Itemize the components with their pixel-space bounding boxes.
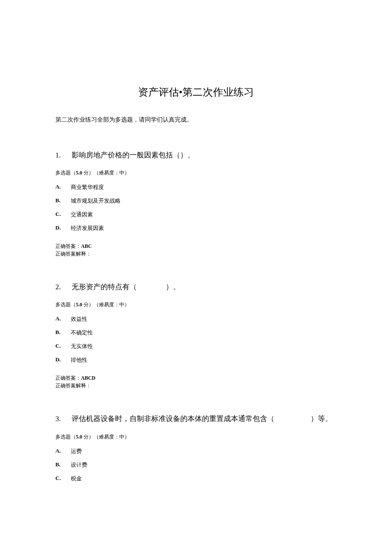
meta-prefix: 多选题（	[55, 302, 76, 308]
answer-prefix: 正确答案：	[55, 375, 81, 381]
option-text: 交通因素	[71, 211, 337, 218]
answer-value: ABCD	[81, 375, 95, 381]
option-row: D.经济发展因素	[55, 224, 337, 232]
option-row: B.不确定性	[55, 329, 337, 337]
option-label: B.	[55, 329, 71, 337]
option-label: B.	[55, 461, 71, 469]
question-text: 无形资产的特点有（ ）。	[72, 283, 180, 291]
option-row: C.交通因素	[55, 211, 337, 218]
page-title: 资产评估•第二次作业练习	[55, 85, 337, 99]
option-text: 无实体性	[71, 343, 337, 350]
option-label: A.	[55, 183, 71, 191]
option-row: B.城市规划及开发战略	[55, 197, 337, 205]
meta-points: 5.0	[76, 170, 82, 176]
option-label: D.	[55, 356, 71, 364]
option-label: B.	[55, 197, 71, 205]
option-text: 运费	[71, 447, 337, 455]
option-label: C.	[55, 211, 71, 218]
option-row: A.效益性	[55, 315, 337, 323]
meta-suffix: 分）（难易度：中）	[82, 434, 130, 440]
question-text: 评估机器设备时，自制非标准设备的本体的重置成本通常包含（ ）等。	[72, 415, 332, 423]
question-block: 1.影响房地产价格的一般因素包括（）。 多选题（5.0 分）（难易度：中） A.…	[55, 149, 337, 258]
meta-points: 5.0	[76, 302, 82, 308]
question-block: 2.无形资产的特点有（ ）。 多选题（5.0 分）（难易度：中） A.效益性 B…	[55, 281, 337, 389]
answer-block: 正确答案：ABC 正确答案解释：	[55, 242, 337, 258]
option-text: 经济发展因素	[71, 224, 337, 232]
option-text: 税金	[71, 475, 337, 482]
option-row: C.税金	[55, 475, 337, 482]
meta-points: 5.0	[76, 434, 82, 440]
question-meta: 多选题（5.0 分）（难易度：中）	[55, 301, 337, 308]
question-heading: 1.影响房地产价格的一般因素包括（）。	[55, 149, 337, 161]
option-text: 设计费	[71, 461, 337, 469]
option-text: 效益性	[71, 315, 337, 323]
option-label: A.	[55, 447, 71, 455]
option-label: D.	[55, 224, 71, 232]
meta-suffix: 分）（难易度：中）	[82, 302, 130, 308]
meta-prefix: 多选题（	[55, 434, 76, 440]
option-label: A.	[55, 315, 71, 323]
answer-block: 正确答案：ABCD 正确答案解释：	[55, 374, 337, 389]
option-row: A.运费	[55, 447, 337, 455]
question-meta: 多选题（5.0 分）（难易度：中）	[55, 433, 337, 441]
meta-prefix: 多选题（	[55, 170, 76, 176]
question-number: 1.	[55, 149, 72, 161]
question-heading: 2.无形资产的特点有（ ）。	[55, 281, 337, 293]
question-block: 3.评估机器设备时，自制非标准设备的本体的重置成本通常包含（ ）等。 多选题（5…	[55, 413, 337, 482]
option-text: 商业繁华程度	[71, 183, 337, 191]
option-label: C.	[55, 475, 71, 482]
question-number: 3.	[55, 413, 72, 424]
explain-prefix: 正确答案解释：	[55, 251, 91, 257]
option-row: A.商业繁华程度	[55, 183, 337, 191]
option-text: 不确定性	[71, 329, 337, 337]
question-text: 影响房地产价格的一般因素包括（）。	[72, 151, 195, 159]
option-label: C.	[55, 343, 71, 350]
question-number: 2.	[55, 281, 72, 293]
meta-suffix: 分）（难易度：中）	[82, 170, 130, 176]
answer-prefix: 正确答案：	[55, 243, 81, 249]
option-row: C.无实体性	[55, 343, 337, 350]
option-row: B.设计费	[55, 461, 337, 469]
document-page: 资产评估•第二次作业练习 第二次作业练习全部为多选题，请同学们认真完成。 1.影…	[0, 0, 392, 549]
explain-prefix: 正确答案解释：	[55, 383, 91, 389]
question-meta: 多选题（5.0 分）（难易度：中）	[55, 169, 337, 177]
intro-text: 第二次作业练习全部为多选题，请同学们认真完成。	[55, 116, 337, 124]
option-row: D.排他性	[55, 356, 337, 364]
question-heading: 3.评估机器设备时，自制非标准设备的本体的重置成本通常包含（ ）等。	[55, 413, 337, 424]
option-text: 排他性	[71, 356, 337, 364]
answer-value: ABC	[81, 243, 92, 249]
option-text: 城市规划及开发战略	[71, 197, 337, 205]
